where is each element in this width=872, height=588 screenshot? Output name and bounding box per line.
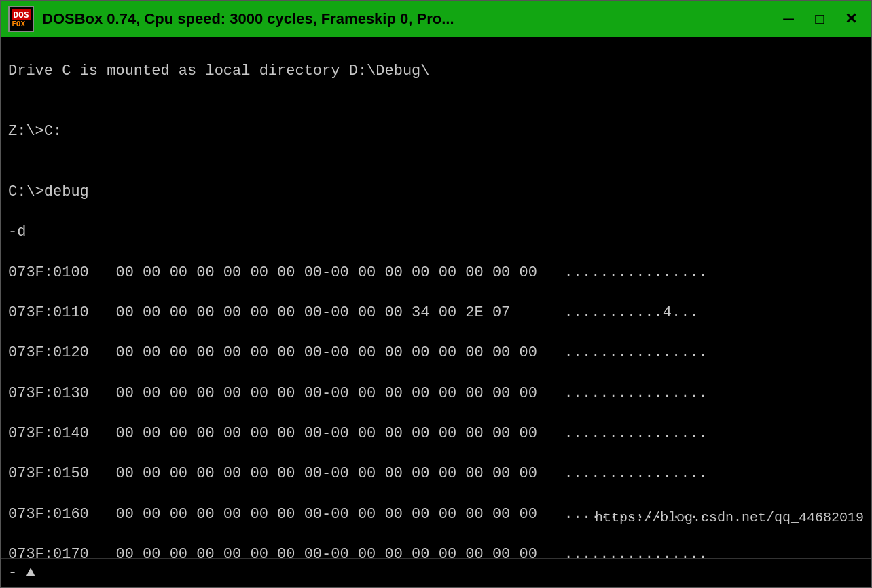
- output-line-8: 073F:0110 00 00 00 00 00 00 00 00-00 00 …: [8, 303, 864, 323]
- output-line-10: 073F:0130 00 00 00 00 00 00 00 00-00 00 …: [8, 384, 864, 404]
- output-line-6: -d: [8, 222, 864, 242]
- minimize-button[interactable]: ─: [776, 7, 801, 31]
- output-line-3: Z:\>C:: [8, 122, 864, 142]
- output-line-5: C:\>debug: [8, 182, 864, 202]
- statusbar: - ▲: [1, 558, 871, 587]
- output-line-11: 073F:0140 00 00 00 00 00 00 00 00-00 00 …: [8, 424, 864, 444]
- close-button[interactable]: ✕: [838, 7, 864, 31]
- output-line-9: 073F:0120 00 00 00 00 00 00 00 00-00 00 …: [8, 343, 864, 363]
- status-prompt: - ▲: [8, 564, 35, 581]
- terminal-area[interactable]: Drive C is mounted as local directory D:…: [1, 37, 871, 558]
- watermark: https://blog.csdn.net/qq_44682019: [595, 510, 864, 526]
- terminal-output: Drive C is mounted as local directory D:…: [8, 41, 864, 558]
- dosbox-window: DOSFOX DOSBox 0.74, Cpu speed: 3000 cycl…: [0, 0, 872, 588]
- titlebar: DOSFOX DOSBox 0.74, Cpu speed: 3000 cycl…: [1, 1, 871, 37]
- output-line-12: 073F:0150 00 00 00 00 00 00 00 00-00 00 …: [8, 464, 864, 484]
- window-controls: ─ □ ✕: [776, 7, 864, 31]
- maximize-button[interactable]: □: [807, 7, 833, 31]
- output-line-14: 073F:0170 00 00 00 00 00 00 00 00-00 00 …: [8, 545, 864, 558]
- output-line-7: 073F:0100 00 00 00 00 00 00 00 00-00 00 …: [8, 263, 864, 283]
- app-icon: DOSFOX: [8, 6, 34, 32]
- window-title: DOSBox 0.74, Cpu speed: 3000 cycles, Fra…: [42, 10, 776, 28]
- output-line-1: Drive C is mounted as local directory D:…: [8, 61, 864, 81]
- dos-logo-text: DOSFOX: [12, 10, 30, 28]
